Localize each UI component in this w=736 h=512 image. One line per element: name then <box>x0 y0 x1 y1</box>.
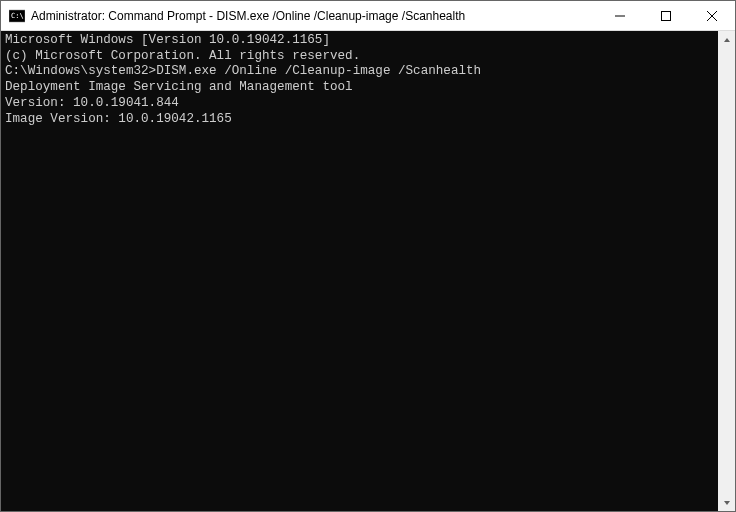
cmd-icon: C:\ <box>9 8 25 24</box>
close-button[interactable] <box>689 1 735 30</box>
titlebar: C:\ Administrator: Command Prompt - DISM… <box>1 1 735 31</box>
scroll-down-button[interactable] <box>718 494 735 511</box>
svg-text:C:\: C:\ <box>11 12 24 20</box>
output-line: Version: 10.0.19041.844 <box>5 96 714 112</box>
output-line: (c) Microsoft Corporation. All rights re… <box>5 49 714 65</box>
svg-rect-3 <box>662 11 671 20</box>
prompt-line: C:\Windows\system32>DISM.exe /Online /Cl… <box>5 64 714 80</box>
maximize-button[interactable] <box>643 1 689 30</box>
command-text: DISM.exe /Online /Cleanup-image /Scanhea… <box>156 64 481 78</box>
vertical-scrollbar[interactable] <box>718 31 735 511</box>
prompt-path: C:\Windows\system32> <box>5 64 156 78</box>
window-controls <box>597 1 735 30</box>
window-title: Administrator: Command Prompt - DISM.exe… <box>31 9 597 23</box>
svg-marker-7 <box>724 501 730 505</box>
minimize-button[interactable] <box>597 1 643 30</box>
scrollbar-track[interactable] <box>718 48 735 494</box>
output-line: Microsoft Windows [Version 10.0.19042.11… <box>5 33 714 49</box>
output-line: Deployment Image Servicing and Managemen… <box>5 80 714 96</box>
terminal-output[interactable]: Microsoft Windows [Version 10.0.19042.11… <box>1 31 718 511</box>
svg-marker-6 <box>724 38 730 42</box>
scroll-up-button[interactable] <box>718 31 735 48</box>
output-line: Image Version: 10.0.19042.1165 <box>5 112 714 128</box>
terminal-container: Microsoft Windows [Version 10.0.19042.11… <box>1 31 735 511</box>
